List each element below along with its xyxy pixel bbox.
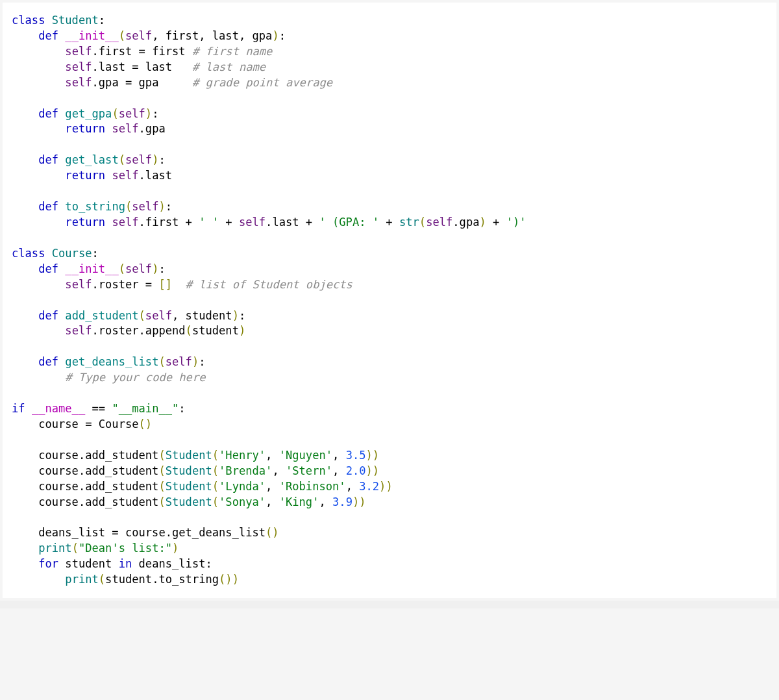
code-line: return self.gpa <box>12 121 767 137</box>
code-line: def add_student(self, student): <box>12 308 767 324</box>
code-line: course.add_student(Student('Lynda', 'Rob… <box>12 479 767 495</box>
code-line: # Type your code here <box>12 370 767 386</box>
code-line: if __name__ == "__main__": <box>12 401 767 417</box>
code-line: print("Dean's list:") <box>12 541 767 556</box>
code-line: course = Course() <box>12 417 767 432</box>
code-line: def get_deans_list(self): <box>12 355 767 370</box>
code-line <box>12 510 767 526</box>
code-line: def __init__(self): <box>12 262 767 277</box>
code-line <box>12 386 767 401</box>
code-line: def to_string(self): <box>12 199 767 215</box>
code-line: course.add_student(Student('Henry', 'Ngu… <box>12 448 767 464</box>
code-line: course.add_student(Student('Sonya', 'Kin… <box>12 495 767 510</box>
code-line <box>12 91 767 106</box>
code-line: def get_gpa(self): <box>12 106 767 122</box>
code-line: self.last = last # last name <box>12 60 767 75</box>
code-line <box>12 137 767 153</box>
code-line <box>12 293 767 308</box>
code-line: def get_last(self): <box>12 153 767 168</box>
code-line: print(student.to_string()) <box>12 572 767 588</box>
code-line: self.gpa = gpa # grade point average <box>12 75 767 91</box>
code-line <box>12 231 767 246</box>
code-line: class Student: <box>12 13 767 29</box>
code-line: self.roster.append(student) <box>12 323 767 339</box>
code-line <box>12 432 767 448</box>
code-editor[interactable]: class Student: def __init__(self, first,… <box>3 3 776 598</box>
code-line: course.add_student(Student('Brenda', 'St… <box>12 464 767 479</box>
code-line: for student in deans_list: <box>12 556 767 572</box>
code-line: self.roster = [] # list of Student objec… <box>12 277 767 293</box>
code-line: return self.first + ' ' + self.last + ' … <box>12 215 767 231</box>
code-line: deans_list = course.get_deans_list() <box>12 525 767 541</box>
code-line <box>12 184 767 199</box>
code-line: self.first = first # first name <box>12 44 767 60</box>
code-content: class Student: def __init__(self, first,… <box>12 13 767 588</box>
code-line <box>12 339 767 355</box>
code-line: return self.last <box>12 168 767 184</box>
code-footer-strip <box>0 601 779 608</box>
code-line: def __init__(self, first, last, gpa): <box>12 29 767 44</box>
code-line: class Course: <box>12 246 767 262</box>
